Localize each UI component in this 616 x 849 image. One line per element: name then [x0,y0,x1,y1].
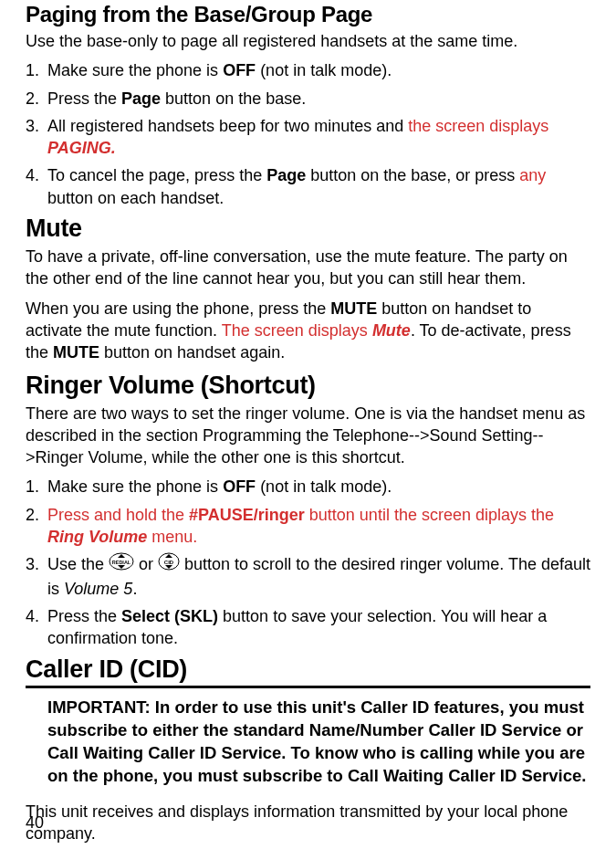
text: To cancel the page, press the [47,166,266,184]
text-bold: MUTE [330,299,377,318]
mute-p2: When you are using the phone, press the … [26,298,590,364]
cid-p1: This unit receives and displays informat… [26,801,590,845]
heading-mute: Mute [26,215,590,243]
text-red-bolditalic: PAGING. [47,139,116,157]
text-red: The screen displays [222,321,372,340]
list-item: Press and hold the #PAUSE/ringer button … [26,504,590,549]
text-bold: Page [121,89,161,108]
list-item: All registered handsets beep for two min… [26,115,590,160]
text-red-bolditalic: Ring Volume [47,528,147,546]
svg-marker-7 [165,565,172,569]
text-red: the screen displays [408,117,548,135]
text: Make sure the phone is [47,61,223,79]
text: Press the [47,607,121,625]
text: button on each handset. [47,189,224,207]
text-red: button until the screen diplays the [305,506,554,524]
text-bold: MUTE [53,343,99,362]
list-item: Press the Select (SKL) button to save yo… [26,605,590,650]
svg-marker-5 [165,554,172,558]
text-red: menu. [147,528,197,546]
svg-text:CID: CID [164,560,174,565]
text: (not in talk mode). [256,477,392,496]
text: When you are using the phone, press the [26,299,330,318]
important-notice: IMPORTANT: In order to use this unit's C… [26,691,590,793]
text: or [134,555,158,573]
svg-text:REDIAL: REDIAL [112,560,131,565]
mute-p1: To have a private, off-line conversation… [26,246,590,290]
text-red-bold: #PAUSE/ringer [189,506,305,524]
list-item: To cancel the page, press the Page butto… [26,164,590,209]
cid-button-icon: CID [158,552,180,576]
text: All registered handsets beep for two min… [47,117,408,135]
list-item: Make sure the phone is OFF (not in talk … [26,59,590,81]
text-red: Press and hold the [47,506,189,524]
text: Use the [47,555,109,573]
text: button on handset again. [99,343,285,362]
text-bold: Page [266,166,306,184]
redial-button-icon: REDIAL [109,552,134,576]
text: button on the base. [161,89,306,108]
text-red-bolditalic: Mute [372,321,411,340]
list-item: Press the Page button on the base. [26,88,590,110]
svg-marker-1 [118,554,125,558]
text-bold: OFF [223,61,256,79]
ringer-intro: There are two ways to set the ringer vol… [26,403,590,469]
text: . [132,580,137,598]
important-text: IMPORTANT: In order to use this unit's C… [47,697,586,785]
text-bold: Select (SKL) [121,607,218,625]
text: Make sure the phone is [47,477,223,496]
ringer-steps: Make sure the phone is OFF (not in talk … [26,476,590,649]
text-italic: Volume 5 [64,580,132,598]
text: (not in talk mode). [256,61,392,79]
text-red: any [519,166,546,184]
text-bold: OFF [223,477,256,496]
page-number: 40 [26,813,44,833]
heading-cid: Caller ID (CID) [26,655,590,688]
text: Press the [47,89,121,108]
svg-marker-3 [118,565,125,569]
text: button on the base, or press [306,166,519,184]
heading-ringer: Ringer Volume (Shortcut) [26,372,590,400]
heading-paging: Paging from the Base/Group Page [26,2,590,27]
paging-steps: Make sure the phone is OFF (not in talk … [26,59,590,209]
list-item: Use the REDIAL or CID button to scroll t… [26,553,590,600]
paging-intro: Use the base-only to page all registered… [26,30,590,52]
list-item: Make sure the phone is OFF (not in talk … [26,476,590,498]
